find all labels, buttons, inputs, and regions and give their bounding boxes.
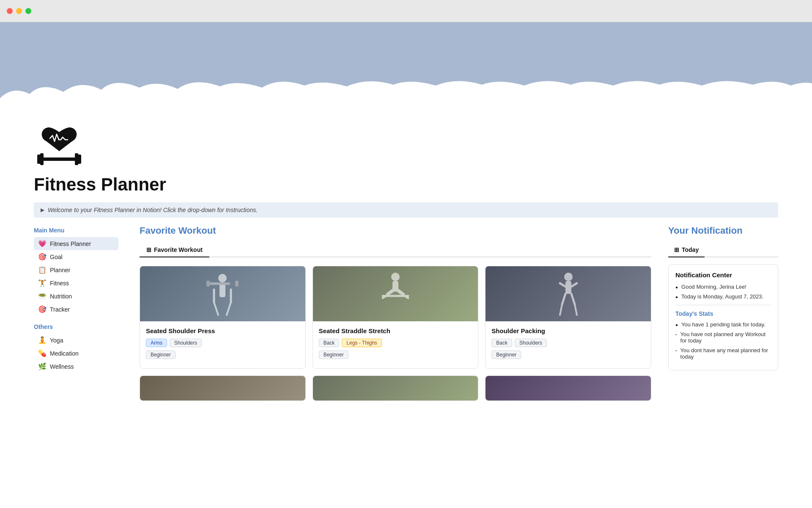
svg-rect-22 [565, 281, 571, 294]
cloud-decoration [0, 77, 812, 107]
page-title-area: Fitness Planner [0, 170, 812, 195]
card-image-shoulder-press [140, 266, 305, 321]
yoga-icon: 🧘 [38, 336, 47, 344]
notification-box: Notification Center ● Good Morning, Jeri… [668, 264, 778, 370]
svg-point-5 [218, 274, 227, 282]
svg-rect-0 [41, 157, 77, 161]
sidebar-label-planner: Planner [50, 267, 70, 273]
svg-point-14 [391, 273, 400, 281]
sidebar-label-wellness: Wellness [50, 363, 74, 370]
svg-line-24 [571, 283, 577, 287]
arrow-icon: ▶ [41, 207, 44, 213]
stats-dot-2: • [675, 332, 677, 337]
notif-tab-label: Today [682, 246, 699, 253]
svg-line-23 [560, 283, 565, 287]
stats-item-3: • You dont have any meal planned for tod… [675, 347, 771, 360]
card-image-row2-2 [313, 376, 478, 401]
sidebar: Main Menu 💗 Fitness Planner 🎯 Goal 📋 Pla… [34, 225, 127, 401]
workout-cards-grid: Seated Shoulder Press Arms Shoulders Beg… [140, 266, 651, 401]
notif-greeting: ● Good Morning, Jerina Lee! [675, 284, 771, 290]
card-seated-straddle-stretch[interactable]: Seated Straddle Stretch Back Legs - Thig… [313, 266, 479, 369]
card-image-row2-3 [486, 376, 651, 401]
svg-line-28 [575, 304, 577, 315]
card-image-straddle [313, 266, 478, 321]
sidebar-label-nutrition: Nutrition [50, 293, 72, 300]
svg-line-26 [571, 294, 575, 304]
card-image-row2-1 [140, 376, 305, 401]
card-level-shoulder-press: Beginner [146, 351, 299, 359]
card-row2-3[interactable] [485, 375, 651, 401]
card-title-straddle: Seated Straddle Stretch [319, 327, 472, 334]
sidebar-item-yoga[interactable]: 🧘 Yoga [34, 334, 118, 347]
tag-beginner-1: Beginner [146, 351, 176, 359]
maximize-button[interactable] [25, 8, 31, 14]
close-button[interactable] [7, 8, 13, 14]
minimize-button[interactable] [16, 8, 22, 14]
card-shoulder-packing[interactable]: Shoulder Packing Back Shoulders Beginner [485, 266, 651, 369]
tag-shoulders-2: Shoulders [515, 339, 547, 347]
notification-tabs: ⊞ Today [668, 243, 778, 257]
card-body-straddle: Seated Straddle Stretch Back Legs - Thig… [313, 321, 478, 368]
titlebar [0, 0, 812, 22]
stats-title: Today's Stats [675, 310, 771, 317]
main-layout: Main Menu 💗 Fitness Planner 🎯 Goal 📋 Pla… [0, 225, 812, 401]
tab-today[interactable]: ⊞ Today [668, 243, 705, 257]
card-image-shoulder-pack [486, 266, 651, 321]
svg-line-13 [227, 302, 231, 315]
svg-line-25 [562, 294, 565, 304]
nutrition-icon: 🥗 [38, 292, 47, 300]
heart-icon: 💗 [38, 240, 47, 248]
sidebar-label-fitness: Fitness [50, 280, 69, 287]
card-row2-1[interactable] [140, 375, 306, 401]
sidebar-label-goal: Goal [50, 254, 63, 260]
sidebar-item-medication[interactable]: 💊 Medication [34, 347, 118, 360]
svg-rect-4 [75, 153, 78, 165]
stats-dot-3: • [675, 348, 677, 353]
sidebar-item-tracker[interactable]: 🎯 Tracker [34, 303, 118, 316]
sidebar-item-fitness[interactable]: 🏋️ Fitness [34, 276, 118, 290]
notif-date: ● Today is Monday, August 7, 2023. [675, 293, 771, 300]
svg-rect-2 [40, 153, 44, 165]
card-row2-2[interactable] [313, 375, 479, 401]
sidebar-item-wellness[interactable]: 🌿 Wellness [34, 360, 118, 373]
logo-area [0, 107, 812, 170]
date-text: Today is Monday, August 7, 2023. [681, 293, 763, 300]
stats-item-2: • You have not planned any Workout for t… [675, 331, 771, 344]
divider [675, 305, 771, 305]
tracker-icon: 🎯 [38, 305, 47, 313]
sidebar-item-fitness-planner[interactable]: 💗 Fitness Planner [34, 237, 118, 250]
svg-rect-15 [392, 281, 398, 292]
fitness-icon: 🏋️ [38, 279, 47, 287]
notification-box-title: Notification Center [675, 271, 771, 279]
instructions-banner[interactable]: ▶ Welcome to your Fitness Planner in Not… [34, 202, 778, 218]
tag-arms: Arms [146, 339, 167, 347]
tab-favorite-workout[interactable]: ⊞ Favorite Workout [140, 243, 209, 257]
card-seated-shoulder-press[interactable]: Seated Shoulder Press Arms Shoulders Beg… [140, 266, 306, 369]
sidebar-item-planner[interactable]: 📋 Planner [34, 263, 118, 276]
card-tags-shoulder-press: Arms Shoulders [146, 339, 299, 347]
notification-title: Your Notification [668, 225, 778, 236]
tag-beginner-3: Beginner [491, 351, 521, 359]
svg-line-12 [214, 302, 218, 315]
svg-rect-9 [235, 281, 239, 287]
card-tags-straddle: Back Legs - Thighs [319, 339, 472, 347]
tag-legs-thighs: Legs - Thighs [342, 339, 382, 347]
sidebar-item-goal[interactable]: 🎯 Goal [34, 250, 118, 263]
page-title: Fitness Planner [34, 174, 778, 195]
main-menu-title: Main Menu [34, 227, 118, 234]
fitness-logo [34, 119, 778, 166]
tag-beginner-2: Beginner [319, 351, 348, 359]
card-title-shoulder-press: Seated Shoulder Press [146, 327, 299, 334]
planner-icon: 📋 [38, 266, 47, 274]
sidebar-item-nutrition[interactable]: 🥗 Nutrition [34, 290, 118, 303]
sidebar-label-medication: Medication [50, 350, 79, 357]
stats-item-1: ● You have 1 pending task for today. [675, 321, 771, 328]
card-body-shoulder-packing: Shoulder Packing Back Shoulders Beginner [486, 321, 651, 368]
hero-banner [0, 22, 812, 107]
dot-icon-1: ● [675, 285, 678, 290]
stats-text-1: You have 1 pending task for today. [681, 321, 765, 328]
notif-tab-grid-icon: ⊞ [674, 246, 679, 253]
medication-icon: 💊 [38, 349, 47, 357]
greeting-text: Good Morning, Jerina Lee! [681, 284, 746, 290]
workout-tabs: ⊞ Favorite Workout [140, 243, 651, 257]
